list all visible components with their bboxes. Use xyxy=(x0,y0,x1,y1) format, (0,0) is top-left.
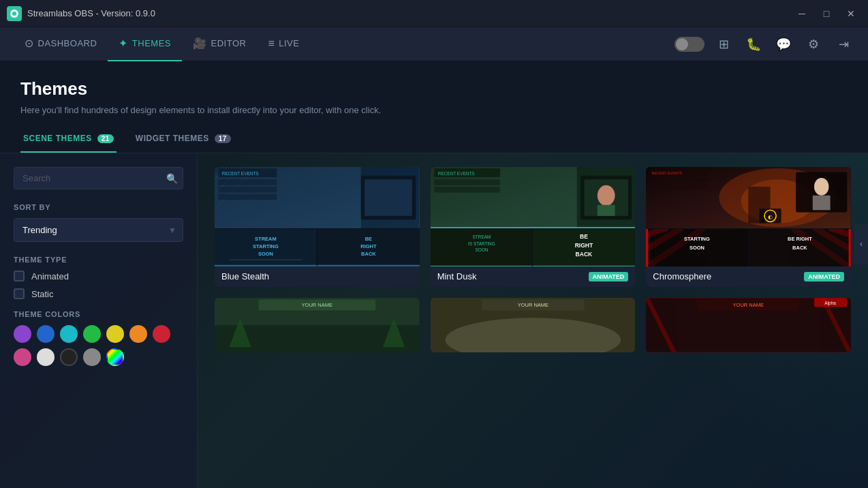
tab-widget-themes-label: WIDGET THEMES xyxy=(136,134,209,143)
svg-rect-72 xyxy=(646,229,648,266)
nav-item-themes[interactable]: ✦ THEMES xyxy=(108,27,182,61)
bug-button[interactable]: 🐛 xyxy=(743,33,764,55)
svg-text:BACK: BACK xyxy=(361,251,376,257)
svg-text:BE: BE xyxy=(365,236,372,242)
theme-card-chromosphere[interactable]: RECENT EVENTS xyxy=(646,167,851,287)
svg-text:STARTING: STARTING xyxy=(684,236,710,242)
title-bar: Streamlabs OBS - Version: 0.9.0 ─ □ ✕ xyxy=(0,0,868,27)
search-input[interactable] xyxy=(14,167,183,189)
swatch-rainbow[interactable] xyxy=(106,348,124,366)
swatch-green[interactable] xyxy=(83,325,101,343)
svg-point-59 xyxy=(814,178,828,196)
swatch-blue[interactable] xyxy=(37,325,55,343)
svg-rect-34 xyxy=(434,187,500,193)
nav-label-editor: EDITOR xyxy=(211,38,247,48)
search-button[interactable]: 🔍 xyxy=(166,173,178,184)
swatch-teal[interactable] xyxy=(60,325,78,343)
close-button[interactable]: ✕ xyxy=(841,6,861,21)
blue-stealth-name: Blue Stealth xyxy=(221,271,269,281)
static-checkbox[interactable] xyxy=(14,288,25,299)
theme-card-blue-stealth[interactable]: RECENT EVENTS xyxy=(215,167,420,287)
svg-text:YOUR NAME: YOUR NAME xyxy=(517,302,548,308)
toggle-knob xyxy=(676,38,688,50)
svg-rect-13 xyxy=(218,187,277,193)
swatch-pink[interactable] xyxy=(14,348,31,366)
nav-item-editor[interactable]: 🎥 EDITOR xyxy=(182,27,257,61)
svg-text:BACK: BACK xyxy=(792,245,807,251)
theme-card-partial-1[interactable]: YOUR NAME xyxy=(215,298,420,352)
swatch-yellow[interactable] xyxy=(106,325,124,343)
svg-text:RIGHT: RIGHT xyxy=(575,242,593,249)
nav-bar: ⊙ DASHBOARD ✦ THEMES 🎥 EDITOR ≡ LIVE ⊞ 🐛… xyxy=(0,27,868,61)
svg-text:BE: BE xyxy=(580,233,588,240)
svg-text:SOON: SOON xyxy=(689,245,704,251)
theme-card-partial-2[interactable]: YOUR NAME xyxy=(431,298,636,352)
svg-rect-12 xyxy=(218,179,277,185)
mint-dusk-name: Mint Dusk xyxy=(437,271,477,281)
svg-rect-57 xyxy=(650,185,709,190)
nav-item-dashboard[interactable]: ⊙ DASHBOARD xyxy=(14,27,108,61)
tab-scene-themes[interactable]: SCENE THEMES 21 xyxy=(20,125,117,153)
nav-item-live[interactable]: ≡ LIVE xyxy=(257,27,310,61)
svg-text:RECENT EVENTS: RECENT EVENTS xyxy=(437,171,474,176)
checkbox-animated[interactable]: Animated xyxy=(14,271,183,281)
toggle-switch[interactable] xyxy=(675,37,704,52)
theme-grid: RECENT EVENTS xyxy=(215,167,851,352)
nav-label-themes: THEMES xyxy=(132,38,171,48)
theme-card-partial-3[interactable]: YOUR NAME Alpha xyxy=(646,298,851,352)
settings-button[interactable]: ⚙ xyxy=(803,33,824,55)
mint-dusk-preview: RECENT EVENTS xyxy=(431,167,636,266)
swatch-white[interactable] xyxy=(37,348,55,366)
sort-by-label: SORT BY xyxy=(14,203,183,211)
mint-dusk-bottom-left: STREAM IS STARTING SOON xyxy=(431,229,533,266)
chromosphere-preview: RECENT EVENTS xyxy=(646,167,851,266)
checkbox-static[interactable]: Static xyxy=(14,288,183,299)
page-subtitle: Here you'll find hundreds of design elem… xyxy=(20,105,848,115)
chromosphere-name: Chromosphere xyxy=(653,271,711,281)
minimize-button[interactable]: ─ xyxy=(792,6,812,21)
tab-widget-themes[interactable]: WIDGET THEMES 17 xyxy=(133,125,234,153)
swatch-purple[interactable] xyxy=(14,325,31,343)
svg-rect-33 xyxy=(434,179,500,185)
sort-select-wrapper: Trending Newest Popular ▼ xyxy=(14,218,183,242)
svg-text:RECENT EVENTS: RECENT EVENTS xyxy=(222,171,259,176)
animated-checkbox[interactable] xyxy=(14,271,25,281)
collapse-button[interactable]: ⇥ xyxy=(833,33,854,55)
content-area: RECENT EVENTS xyxy=(198,153,868,488)
swatch-orange[interactable] xyxy=(129,325,147,343)
svg-rect-49 xyxy=(533,266,635,266)
svg-point-1 xyxy=(12,12,16,16)
sort-select[interactable]: Trending Newest Popular xyxy=(14,218,183,242)
maximize-button[interactable]: □ xyxy=(816,6,837,21)
tabs-row: SCENE THEMES 21 WIDGET THEMES 17 xyxy=(0,125,868,153)
window-controls: ─ □ ✕ xyxy=(792,6,861,21)
sidebar: 🔍 SORT BY Trending Newest Popular ▼ THEM… xyxy=(0,153,198,488)
svg-text:SOON: SOON xyxy=(475,247,488,252)
swatch-dark[interactable] xyxy=(60,348,78,366)
discord-button[interactable]: 💬 xyxy=(773,33,794,55)
svg-text:STARTING: STARTING xyxy=(253,243,279,249)
mint-dusk-badge: ANIMATED xyxy=(589,272,629,281)
dashboard-icon: ⊙ xyxy=(25,37,34,50)
themes-icon: ✦ xyxy=(119,37,128,50)
svg-rect-38 xyxy=(597,205,615,216)
svg-rect-39 xyxy=(431,227,636,228)
theme-card-mint-dusk[interactable]: RECENT EVENTS xyxy=(431,167,636,287)
app-title: Streamlabs OBS - Version: 0.9.0 xyxy=(27,8,792,18)
blue-stealth-footer: Blue Stealth xyxy=(215,266,420,287)
page-header: Themes Here you'll find hundreds of desi… xyxy=(0,61,868,125)
columns-button[interactable]: ⊞ xyxy=(713,33,734,55)
svg-text:STREAM: STREAM xyxy=(255,236,277,242)
nav-label-dashboard: DASHBOARD xyxy=(38,38,97,48)
swatch-red[interactable] xyxy=(153,325,170,343)
blue-stealth-bottom-left: STREAM STARTING SOON xyxy=(215,229,317,266)
svg-text:RIGHT: RIGHT xyxy=(360,243,377,249)
scroll-right-hint[interactable]: ‹ xyxy=(854,224,868,264)
page-title: Themes xyxy=(20,78,848,100)
chromosphere-bottom-left: STARTING SOON xyxy=(646,229,748,266)
swatch-gray[interactable] xyxy=(83,348,101,366)
chromosphere-badge: ANIMATED xyxy=(804,272,844,281)
tab-widget-themes-badge: 17 xyxy=(215,134,231,143)
nav-label-live: LIVE xyxy=(279,38,299,48)
theme-type-label: THEME TYPE xyxy=(14,256,183,264)
